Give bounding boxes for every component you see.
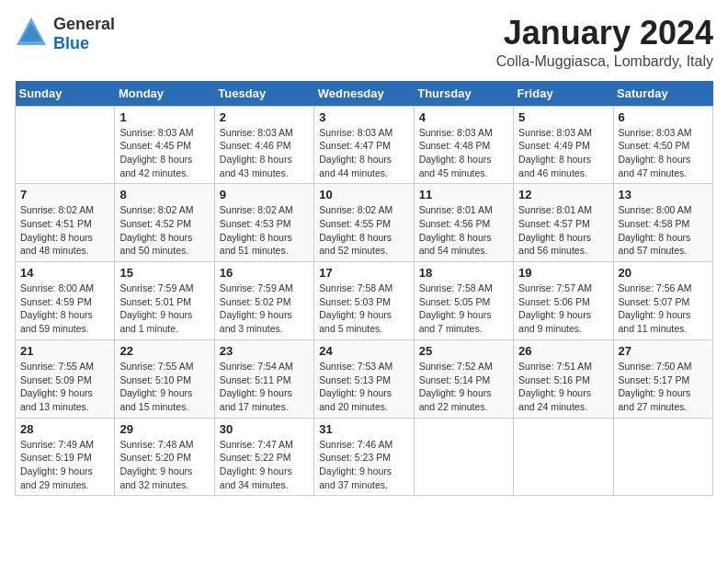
weekday-header-monday: Monday [115, 81, 214, 107]
day-number: 16 [220, 266, 309, 280]
day-info: Sunrise: 8:03 AMSunset: 4:48 PMDaylight:… [419, 126, 508, 180]
day-info: Sunrise: 7:46 AMSunset: 5:23 PMDaylight:… [319, 438, 408, 492]
calendar-cell: 27Sunrise: 7:50 AMSunset: 5:17 PMDayligh… [613, 339, 712, 418]
day-number: 21 [20, 344, 109, 358]
day-number: 24 [319, 344, 408, 358]
day-info: Sunrise: 7:59 AMSunset: 5:01 PMDaylight:… [119, 282, 209, 336]
calendar-week-row: 28Sunrise: 7:49 AMSunset: 5:19 PMDayligh… [16, 418, 713, 496]
day-number: 15 [119, 266, 209, 280]
day-info: Sunrise: 8:00 AMSunset: 4:58 PMDaylight:… [619, 203, 708, 258]
calendar-cell: 5Sunrise: 8:03 AMSunset: 4:49 PMDaylight… [514, 106, 613, 184]
day-number: 26 [518, 344, 608, 358]
day-info: Sunrise: 7:51 AMSunset: 5:16 PMDaylight:… [518, 360, 608, 414]
calendar-cell: 28Sunrise: 7:49 AMSunset: 5:19 PMDayligh… [16, 418, 115, 496]
day-number: 25 [419, 344, 508, 358]
calendar-cell: 25Sunrise: 7:52 AMSunset: 5:14 PMDayligh… [414, 339, 513, 418]
logo-general: General [53, 15, 115, 34]
calendar-cell: 10Sunrise: 8:02 AMSunset: 4:55 PMDayligh… [314, 184, 414, 262]
calendar-cell: 19Sunrise: 7:57 AMSunset: 5:06 PMDayligh… [514, 262, 613, 340]
weekday-header-tuesday: Tuesday [214, 81, 313, 107]
day-number: 13 [619, 188, 708, 201]
day-number: 7 [20, 188, 109, 201]
calendar-cell: 9Sunrise: 8:02 AMSunset: 4:53 PMDaylight… [214, 184, 313, 262]
day-info: Sunrise: 7:52 AMSunset: 5:14 PMDaylight:… [419, 360, 508, 414]
calendar-week-row: 7Sunrise: 8:02 AMSunset: 4:51 PMDaylight… [16, 184, 713, 262]
calendar-cell: 18Sunrise: 7:58 AMSunset: 5:05 PMDayligh… [414, 262, 513, 340]
calendar-cell: 11Sunrise: 8:01 AMSunset: 4:56 PMDayligh… [414, 184, 513, 262]
day-number: 11 [419, 188, 508, 201]
calendar-cell [414, 418, 513, 496]
day-number: 31 [319, 422, 408, 436]
day-info: Sunrise: 7:47 AMSunset: 5:22 PMDaylight:… [220, 438, 309, 492]
calendar-week-row: 21Sunrise: 7:55 AMSunset: 5:09 PMDayligh… [16, 339, 713, 418]
calendar-cell [514, 418, 613, 496]
day-info: Sunrise: 8:03 AMSunset: 4:47 PMDaylight:… [319, 126, 408, 180]
calendar-cell: 4Sunrise: 8:03 AMSunset: 4:48 PMDaylight… [414, 106, 513, 184]
day-info: Sunrise: 8:03 AMSunset: 4:50 PMDaylight:… [619, 126, 708, 180]
calendar-table: SundayMondayTuesdayWednesdayThursdayFrid… [15, 81, 713, 497]
day-number: 23 [220, 344, 309, 358]
day-info: Sunrise: 8:03 AMSunset: 4:46 PMDaylight:… [220, 126, 309, 180]
day-number: 4 [419, 110, 508, 124]
day-info: Sunrise: 8:01 AMSunset: 4:56 PMDaylight:… [419, 203, 508, 258]
day-info: Sunrise: 7:54 AMSunset: 5:11 PMDaylight:… [220, 360, 309, 414]
weekday-header-thursday: Thursday [414, 81, 513, 107]
weekday-header-wednesday: Wednesday [314, 81, 414, 107]
weekday-header-friday: Friday [514, 81, 613, 107]
title-section: January 2024 Colla-Muggiasca, Lombardy, … [496, 15, 713, 70]
calendar-cell: 29Sunrise: 7:48 AMSunset: 5:20 PMDayligh… [115, 418, 214, 496]
day-info: Sunrise: 7:48 AMSunset: 5:20 PMDaylight:… [119, 438, 209, 492]
calendar-cell: 17Sunrise: 7:58 AMSunset: 5:03 PMDayligh… [314, 262, 414, 340]
calendar-cell: 3Sunrise: 8:03 AMSunset: 4:47 PMDaylight… [314, 106, 414, 184]
day-number: 22 [119, 344, 209, 358]
calendar-cell: 8Sunrise: 8:02 AMSunset: 4:52 PMDaylight… [115, 184, 214, 262]
day-info: Sunrise: 8:03 AMSunset: 4:45 PMDaylight:… [119, 126, 209, 180]
day-number: 10 [319, 188, 408, 201]
day-info: Sunrise: 7:53 AMSunset: 5:13 PMDaylight:… [319, 360, 408, 414]
calendar-cell: 20Sunrise: 7:56 AMSunset: 5:07 PMDayligh… [613, 262, 712, 340]
logo-icon [15, 16, 48, 52]
day-info: Sunrise: 7:59 AMSunset: 5:02 PMDaylight:… [220, 282, 309, 336]
calendar-cell: 14Sunrise: 8:00 AMSunset: 4:59 PMDayligh… [16, 262, 115, 340]
day-info: Sunrise: 7:49 AMSunset: 5:19 PMDaylight:… [20, 438, 109, 492]
day-info: Sunrise: 7:55 AMSunset: 5:09 PMDaylight:… [20, 360, 109, 414]
day-number: 27 [619, 344, 708, 358]
calendar-cell: 12Sunrise: 8:01 AMSunset: 4:57 PMDayligh… [514, 184, 613, 262]
weekday-header-saturday: Saturday [613, 81, 712, 107]
day-info: Sunrise: 8:02 AMSunset: 4:51 PMDaylight:… [20, 203, 109, 258]
day-info: Sunrise: 7:55 AMSunset: 5:10 PMDaylight:… [119, 360, 209, 414]
day-number: 19 [518, 266, 608, 280]
day-info: Sunrise: 7:58 AMSunset: 5:03 PMDaylight:… [319, 282, 408, 336]
logo-blue: Blue [53, 34, 115, 53]
day-info: Sunrise: 7:56 AMSunset: 5:07 PMDaylight:… [619, 282, 708, 336]
logo-text: General Blue [53, 15, 115, 53]
calendar-cell: 26Sunrise: 7:51 AMSunset: 5:16 PMDayligh… [514, 339, 613, 418]
calendar-cell [613, 418, 712, 496]
day-number: 20 [619, 266, 708, 280]
day-number: 28 [20, 422, 109, 436]
calendar-cell: 31Sunrise: 7:46 AMSunset: 5:23 PMDayligh… [314, 418, 414, 496]
day-info: Sunrise: 8:02 AMSunset: 4:52 PMDaylight:… [119, 203, 209, 258]
logo: General Blue [15, 15, 115, 53]
day-number: 14 [20, 266, 109, 280]
day-number: 18 [419, 266, 508, 280]
weekday-header-sunday: Sunday [16, 81, 115, 107]
day-info: Sunrise: 8:02 AMSunset: 4:55 PMDaylight:… [319, 203, 408, 258]
calendar-week-row: 14Sunrise: 8:00 AMSunset: 4:59 PMDayligh… [16, 262, 713, 340]
day-number: 3 [319, 110, 408, 124]
calendar-cell: 7Sunrise: 8:02 AMSunset: 4:51 PMDaylight… [16, 184, 115, 262]
day-number: 12 [518, 188, 608, 201]
calendar-cell: 23Sunrise: 7:54 AMSunset: 5:11 PMDayligh… [214, 339, 313, 418]
calendar-subtitle: Colla-Muggiasca, Lombardy, Italy [496, 53, 713, 70]
day-number: 9 [220, 188, 309, 201]
day-number: 29 [119, 422, 209, 436]
day-info: Sunrise: 7:58 AMSunset: 5:05 PMDaylight:… [419, 282, 508, 336]
calendar-cell: 2Sunrise: 8:03 AMSunset: 4:46 PMDaylight… [214, 106, 313, 184]
calendar-cell: 21Sunrise: 7:55 AMSunset: 5:09 PMDayligh… [16, 339, 115, 418]
calendar-cell [16, 106, 115, 184]
day-info: Sunrise: 8:02 AMSunset: 4:53 PMDaylight:… [220, 203, 309, 258]
weekday-header-row: SundayMondayTuesdayWednesdayThursdayFrid… [16, 81, 713, 107]
calendar-title: January 2024 [496, 15, 713, 52]
day-number: 8 [119, 188, 209, 201]
calendar-cell: 1Sunrise: 8:03 AMSunset: 4:45 PMDaylight… [115, 106, 214, 184]
